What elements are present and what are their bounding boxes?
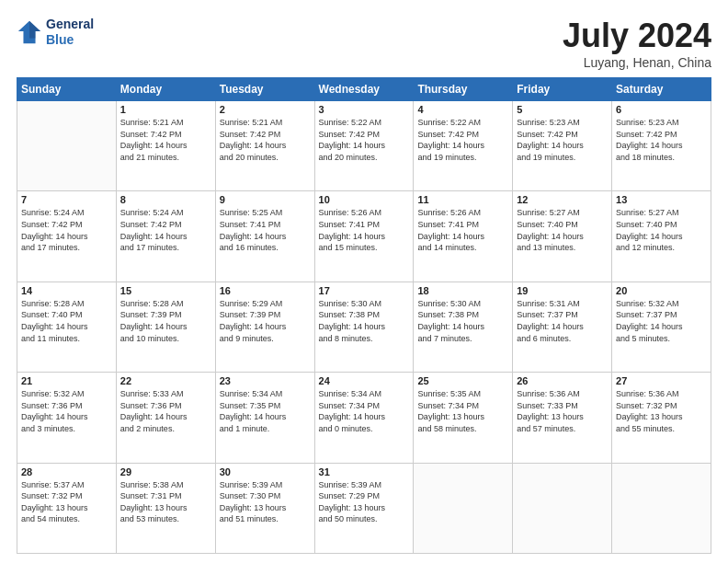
day-number: 13 bbox=[616, 194, 707, 205]
table-row: 9Sunrise: 5:25 AM Sunset: 7:41 PM Daylig… bbox=[215, 191, 314, 282]
calendar-week-row: 21Sunrise: 5:32 AM Sunset: 7:36 PM Dayli… bbox=[17, 373, 711, 463]
day-info: Sunrise: 5:33 AM Sunset: 7:36 PM Dayligh… bbox=[120, 388, 211, 434]
day-number: 27 bbox=[616, 375, 707, 386]
table-row: 5Sunrise: 5:23 AM Sunset: 7:42 PM Daylig… bbox=[513, 101, 612, 191]
col-sunday: Sunday bbox=[17, 78, 117, 101]
day-info: Sunrise: 5:35 AM Sunset: 7:34 PM Dayligh… bbox=[417, 388, 508, 434]
table-row: 14Sunrise: 5:28 AM Sunset: 7:40 PM Dayli… bbox=[17, 282, 117, 372]
day-number: 3 bbox=[319, 104, 410, 115]
day-info: Sunrise: 5:22 AM Sunset: 7:42 PM Dayligh… bbox=[417, 117, 508, 163]
day-info: Sunrise: 5:28 AM Sunset: 7:39 PM Dayligh… bbox=[120, 298, 211, 344]
table-row: 6Sunrise: 5:23 AM Sunset: 7:42 PM Daylig… bbox=[612, 101, 711, 191]
day-info: Sunrise: 5:34 AM Sunset: 7:34 PM Dayligh… bbox=[319, 388, 410, 434]
day-info: Sunrise: 5:24 AM Sunset: 7:42 PM Dayligh… bbox=[21, 207, 112, 253]
table-row: 22Sunrise: 5:33 AM Sunset: 7:36 PM Dayli… bbox=[116, 373, 215, 463]
calendar-week-row: 1Sunrise: 5:21 AM Sunset: 7:42 PM Daylig… bbox=[17, 101, 711, 191]
day-number: 16 bbox=[220, 285, 311, 296]
table-row: 15Sunrise: 5:28 AM Sunset: 7:39 PM Dayli… bbox=[116, 282, 215, 372]
day-info: Sunrise: 5:34 AM Sunset: 7:35 PM Dayligh… bbox=[220, 388, 311, 434]
table-row: 7Sunrise: 5:24 AM Sunset: 7:42 PM Daylig… bbox=[17, 191, 117, 282]
day-number: 8 bbox=[120, 194, 211, 205]
calendar-week-row: 7Sunrise: 5:24 AM Sunset: 7:42 PM Daylig… bbox=[17, 191, 711, 282]
table-row: 27Sunrise: 5:36 AM Sunset: 7:32 PM Dayli… bbox=[612, 373, 711, 463]
table-row: 3Sunrise: 5:22 AM Sunset: 7:42 PM Daylig… bbox=[314, 101, 414, 191]
day-number: 23 bbox=[220, 375, 311, 386]
day-info: Sunrise: 5:32 AM Sunset: 7:36 PM Dayligh… bbox=[21, 388, 112, 434]
day-number: 28 bbox=[21, 466, 112, 477]
day-info: Sunrise: 5:36 AM Sunset: 7:33 PM Dayligh… bbox=[517, 388, 608, 434]
col-wednesday: Wednesday bbox=[314, 78, 414, 101]
day-info: Sunrise: 5:23 AM Sunset: 7:42 PM Dayligh… bbox=[517, 117, 608, 163]
day-number: 2 bbox=[220, 104, 311, 115]
table-row: 24Sunrise: 5:34 AM Sunset: 7:34 PM Dayli… bbox=[314, 373, 414, 463]
day-number: 15 bbox=[120, 285, 211, 296]
calendar-week-row: 14Sunrise: 5:28 AM Sunset: 7:40 PM Dayli… bbox=[17, 282, 711, 372]
table-row: 23Sunrise: 5:34 AM Sunset: 7:35 PM Dayli… bbox=[215, 373, 314, 463]
day-number: 12 bbox=[517, 194, 608, 205]
day-info: Sunrise: 5:32 AM Sunset: 7:37 PM Dayligh… bbox=[616, 298, 707, 344]
table-row: 28Sunrise: 5:37 AM Sunset: 7:32 PM Dayli… bbox=[17, 463, 117, 553]
table-row: 26Sunrise: 5:36 AM Sunset: 7:33 PM Dayli… bbox=[513, 373, 612, 463]
logo-icon bbox=[17, 19, 42, 45]
day-number: 11 bbox=[417, 194, 508, 205]
day-info: Sunrise: 5:30 AM Sunset: 7:38 PM Dayligh… bbox=[417, 298, 508, 344]
day-number: 19 bbox=[517, 285, 608, 296]
table-row: 19Sunrise: 5:31 AM Sunset: 7:37 PM Dayli… bbox=[513, 282, 612, 372]
day-number: 6 bbox=[616, 104, 707, 115]
col-thursday: Thursday bbox=[414, 78, 513, 101]
day-info: Sunrise: 5:30 AM Sunset: 7:38 PM Dayligh… bbox=[319, 298, 410, 344]
table-row: 25Sunrise: 5:35 AM Sunset: 7:34 PM Dayli… bbox=[414, 373, 513, 463]
table-row: 31Sunrise: 5:39 AM Sunset: 7:29 PM Dayli… bbox=[314, 463, 414, 553]
day-number: 9 bbox=[220, 194, 311, 205]
day-info: Sunrise: 5:26 AM Sunset: 7:41 PM Dayligh… bbox=[319, 207, 410, 253]
col-friday: Friday bbox=[513, 78, 612, 101]
day-info: Sunrise: 5:37 AM Sunset: 7:32 PM Dayligh… bbox=[21, 479, 112, 525]
day-number: 7 bbox=[21, 194, 112, 205]
table-row: 10Sunrise: 5:26 AM Sunset: 7:41 PM Dayli… bbox=[314, 191, 414, 282]
day-number: 4 bbox=[417, 104, 508, 115]
table-row bbox=[612, 463, 711, 553]
day-info: Sunrise: 5:31 AM Sunset: 7:37 PM Dayligh… bbox=[517, 298, 608, 344]
day-info: Sunrise: 5:36 AM Sunset: 7:32 PM Dayligh… bbox=[616, 388, 707, 434]
table-row: 13Sunrise: 5:27 AM Sunset: 7:40 PM Dayli… bbox=[612, 191, 711, 282]
day-info: Sunrise: 5:25 AM Sunset: 7:41 PM Dayligh… bbox=[220, 207, 311, 253]
day-number: 21 bbox=[21, 375, 112, 386]
day-info: Sunrise: 5:28 AM Sunset: 7:40 PM Dayligh… bbox=[21, 298, 112, 344]
title-block: July 2024 Luyang, Henan, China bbox=[563, 17, 711, 70]
day-number: 18 bbox=[417, 285, 508, 296]
day-number: 30 bbox=[220, 466, 311, 477]
day-info: Sunrise: 5:21 AM Sunset: 7:42 PM Dayligh… bbox=[220, 117, 311, 163]
table-row: 21Sunrise: 5:32 AM Sunset: 7:36 PM Dayli… bbox=[17, 373, 117, 463]
table-row bbox=[17, 101, 117, 191]
logo-text: General Blue bbox=[46, 17, 94, 48]
day-info: Sunrise: 5:21 AM Sunset: 7:42 PM Dayligh… bbox=[120, 117, 211, 163]
table-row: 30Sunrise: 5:39 AM Sunset: 7:30 PM Dayli… bbox=[215, 463, 314, 553]
calendar-header-row: Sunday Monday Tuesday Wednesday Thursday… bbox=[17, 78, 711, 101]
day-number: 24 bbox=[319, 375, 410, 386]
day-number: 31 bbox=[319, 466, 410, 477]
table-row: 1Sunrise: 5:21 AM Sunset: 7:42 PM Daylig… bbox=[116, 101, 215, 191]
table-row: 17Sunrise: 5:30 AM Sunset: 7:38 PM Dayli… bbox=[314, 282, 414, 372]
table-row: 20Sunrise: 5:32 AM Sunset: 7:37 PM Dayli… bbox=[612, 282, 711, 372]
day-number: 25 bbox=[417, 375, 508, 386]
day-info: Sunrise: 5:39 AM Sunset: 7:30 PM Dayligh… bbox=[220, 479, 311, 525]
main-title: July 2024 bbox=[563, 17, 711, 55]
subtitle: Luyang, Henan, China bbox=[563, 55, 711, 70]
day-number: 26 bbox=[517, 375, 608, 386]
table-row: 2Sunrise: 5:21 AM Sunset: 7:42 PM Daylig… bbox=[215, 101, 314, 191]
day-info: Sunrise: 5:26 AM Sunset: 7:41 PM Dayligh… bbox=[417, 207, 508, 253]
table-row: 16Sunrise: 5:29 AM Sunset: 7:39 PM Dayli… bbox=[215, 282, 314, 372]
calendar-week-row: 28Sunrise: 5:37 AM Sunset: 7:32 PM Dayli… bbox=[17, 463, 711, 553]
day-info: Sunrise: 5:29 AM Sunset: 7:39 PM Dayligh… bbox=[220, 298, 311, 344]
col-saturday: Saturday bbox=[612, 78, 711, 101]
table-row bbox=[513, 463, 612, 553]
svg-marker-1 bbox=[29, 21, 40, 39]
day-number: 20 bbox=[616, 285, 707, 296]
table-row: 29Sunrise: 5:38 AM Sunset: 7:31 PM Dayli… bbox=[116, 463, 215, 553]
day-info: Sunrise: 5:22 AM Sunset: 7:42 PM Dayligh… bbox=[319, 117, 410, 163]
day-info: Sunrise: 5:27 AM Sunset: 7:40 PM Dayligh… bbox=[616, 207, 707, 253]
table-row bbox=[414, 463, 513, 553]
table-row: 11Sunrise: 5:26 AM Sunset: 7:41 PM Dayli… bbox=[414, 191, 513, 282]
day-number: 14 bbox=[21, 285, 112, 296]
table-row: 12Sunrise: 5:27 AM Sunset: 7:40 PM Dayli… bbox=[513, 191, 612, 282]
